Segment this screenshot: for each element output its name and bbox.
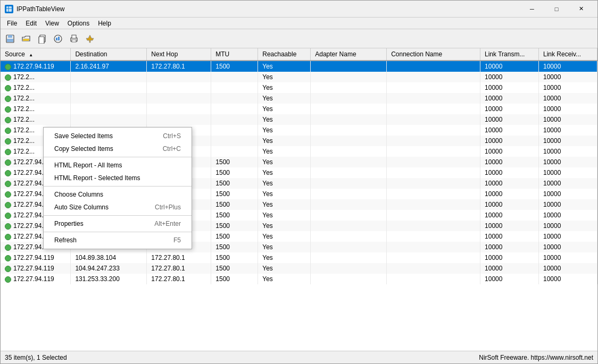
table-row[interactable]: 172.2...Yes1000010000: [1, 72, 597, 82]
context-menu-item[interactable]: Save Selected ItemsCtrl+S: [44, 130, 192, 142]
toolbar-save[interactable]: [3, 31, 18, 46]
menu-view[interactable]: View: [41, 19, 63, 28]
table-row[interactable]: 172.2...Yes1000010000: [1, 93, 597, 104]
status-bar: 35 item(s), 1 Selected NirSoft Freeware.…: [1, 351, 597, 363]
minimize-button[interactable]: ─: [520, 1, 544, 18]
context-menu-item-label: Choose Columns: [54, 191, 103, 198]
app-icon: [5, 5, 13, 13]
cell-adapter: [311, 157, 387, 167]
table-row[interactable]: 172.27.94.119131.253.33.200172.27.80.115…: [1, 274, 597, 284]
cell-linkrx: 10000: [538, 274, 597, 284]
cell-destination: 104.94.247.233: [71, 263, 147, 274]
cell-linktx: 10000: [480, 72, 539, 82]
cell-connection: [387, 263, 480, 274]
col-linkrx[interactable]: Link Receiv...: [538, 48, 597, 61]
cell-linktx: 10000: [480, 231, 539, 242]
cell-linkrx: 10000: [538, 93, 597, 104]
context-menu-item[interactable]: Choose Columns: [44, 188, 192, 201]
cell-adapter: [311, 93, 387, 104]
row-status-icon: [5, 85, 11, 91]
toolbar-pin[interactable]: [82, 31, 97, 46]
cell-mtu: 1500: [211, 210, 258, 221]
close-button[interactable]: ✕: [569, 1, 593, 18]
toolbar-report[interactable]: [51, 31, 65, 46]
col-adapter[interactable]: Adapter Name: [311, 48, 387, 61]
table-row[interactable]: 172.2...Yes1000010000: [1, 104, 597, 114]
context-menu-item[interactable]: HTML Report - Selected Items: [44, 172, 192, 184]
context-menu-item[interactable]: Auto Size ColumnsCtrl+Plus: [44, 201, 192, 214]
cell-linkrx: 10000: [538, 199, 597, 210]
cell-reachable: Yes: [258, 72, 311, 82]
context-menu-item[interactable]: Copy Selected ItemsCtrl+C: [44, 142, 192, 155]
cell-connection: [387, 125, 480, 136]
table-row[interactable]: 172.27.94.119104.94.247.233172.27.80.115…: [1, 263, 597, 274]
context-menu-item[interactable]: PropertiesAlt+Enter: [44, 217, 192, 230]
col-destination[interactable]: Destination: [71, 48, 147, 61]
cell-nexthop: 172.27.80.1: [147, 252, 211, 263]
cell-source: 172.2...: [1, 104, 71, 114]
cell-connection: [387, 274, 480, 284]
row-status-icon: [5, 96, 11, 102]
cell-adapter: [311, 242, 387, 252]
cell-connection: [387, 104, 480, 114]
cell-linkrx: 10000: [538, 189, 597, 199]
cell-mtu: 1500: [211, 61, 258, 72]
svg-rect-0: [6, 6, 12, 12]
row-status-icon: [5, 170, 11, 176]
cell-destination: [71, 93, 147, 104]
menu-edit[interactable]: Edit: [21, 19, 41, 28]
cell-mtu: [211, 146, 258, 157]
cell-nexthop: [147, 114, 211, 125]
menu-options[interactable]: Options: [63, 19, 94, 28]
svg-rect-5: [7, 39, 13, 42]
cell-linktx: 10000: [480, 167, 539, 178]
cell-source: 172.27.94.119: [1, 274, 71, 284]
menu-file[interactable]: File: [3, 19, 21, 28]
cell-nexthop: [147, 72, 211, 82]
col-linktx[interactable]: Link Transm...: [480, 48, 539, 61]
col-reachable[interactable]: Reachaable: [258, 48, 311, 61]
menu-help[interactable]: Help: [94, 19, 115, 28]
cell-adapter: [311, 199, 387, 210]
toolbar-copy[interactable]: [35, 31, 49, 46]
cell-adapter: [311, 136, 387, 146]
toolbar: [1, 29, 597, 48]
maximize-button[interactable]: □: [544, 1, 569, 18]
context-menu-item[interactable]: RefreshF5: [44, 234, 192, 247]
cell-reachable: Yes: [258, 93, 311, 104]
cell-mtu: 1500: [211, 157, 258, 167]
cell-mtu: [211, 93, 258, 104]
table-row[interactable]: 172.27.94.119104.89.38.104172.27.80.1150…: [1, 252, 597, 263]
cell-linkrx: 10000: [538, 210, 597, 221]
cell-connection: [387, 114, 480, 125]
cell-nexthop: [147, 82, 211, 93]
row-status-icon: [5, 244, 11, 251]
toolbar-open[interactable]: [19, 31, 34, 46]
cell-mtu: [211, 72, 258, 82]
cell-destination: [71, 82, 147, 93]
table-row[interactable]: 172.2...Yes1000010000: [1, 82, 597, 93]
cell-linktx: 10000: [480, 146, 539, 157]
table-row[interactable]: 172.2...Yes1000010000: [1, 114, 597, 125]
cell-adapter: [311, 104, 387, 114]
cell-linkrx: 10000: [538, 157, 597, 167]
cell-source: 172.27.94.119: [1, 252, 71, 263]
toolbar-print[interactable]: [67, 31, 81, 46]
row-status-icon: [5, 181, 11, 187]
cell-reachable: Yes: [258, 167, 311, 178]
cell-reachable: Yes: [258, 189, 311, 199]
context-menu-item[interactable]: HTML Report - All Items: [44, 159, 192, 172]
cell-linkrx: 10000: [538, 146, 597, 157]
cell-mtu: 1500: [211, 231, 258, 242]
svg-rect-10: [72, 35, 76, 38]
cell-mtu: 1500: [211, 252, 258, 263]
col-nexthop[interactable]: Next Hop: [147, 48, 211, 61]
col-mtu[interactable]: MTU: [211, 48, 258, 61]
col-source[interactable]: Source ▲: [1, 48, 71, 61]
table-row[interactable]: 172.27.94.1192.16.241.97172.27.80.11500Y…: [1, 61, 597, 72]
cell-linkrx: 10000: [538, 231, 597, 242]
context-menu-separator: [44, 215, 192, 216]
row-status-icon: [5, 74, 11, 81]
col-connection[interactable]: Connection Name: [387, 48, 480, 61]
row-status-icon: [5, 64, 11, 70]
